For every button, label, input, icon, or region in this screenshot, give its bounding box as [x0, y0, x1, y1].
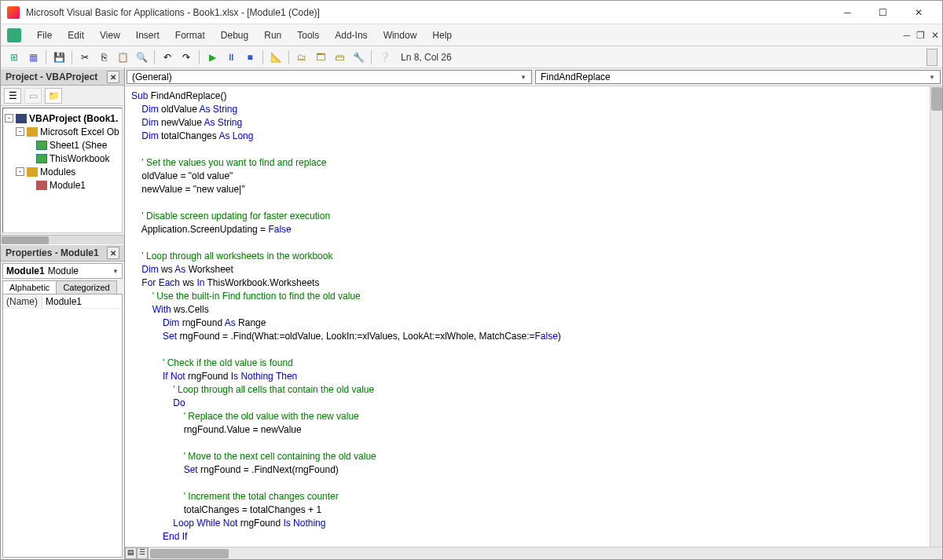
- properties-panel-title: Properties - Module1: [6, 247, 99, 258]
- tab-categorized[interactable]: Categorized: [56, 280, 116, 294]
- app-icon: [7, 6, 20, 19]
- find-button[interactable]: 🔍: [133, 49, 150, 66]
- chevron-down-icon: ▼: [112, 268, 119, 275]
- property-row: (Name) Module1: [3, 295, 122, 309]
- help-button[interactable]: ❔: [376, 49, 393, 66]
- menu-debug[interactable]: Debug: [213, 27, 256, 44]
- procedure-view-button[interactable]: ▤: [125, 547, 137, 559]
- menubar: File Edit View Insert Format Debug Run T…: [1, 24, 942, 46]
- mdi-minimize-icon[interactable]: ─: [903, 30, 910, 41]
- toggle-folders-button[interactable]: 📁: [45, 88, 62, 104]
- workbook-icon: [36, 154, 47, 163]
- menu-view[interactable]: View: [92, 27, 128, 44]
- vertical-scrollbar[interactable]: [930, 86, 942, 547]
- expander-icon[interactable]: -: [16, 167, 24, 176]
- properties-panel-close-button[interactable]: ✕: [107, 247, 119, 259]
- menu-edit[interactable]: Edit: [60, 27, 92, 44]
- project-explorer-button[interactable]: 🗂: [293, 49, 310, 66]
- toolbar: ⊞ ▦ 💾 ✂ ⎘ 📋 🔍 ↶ ↷ ▶ ⏸ ■ 📐 🗂 🗔 🗃 🔧 ❔ Ln 8…: [1, 46, 942, 68]
- module-icon: [36, 181, 47, 190]
- tree-thisworkbook[interactable]: ThisWorkbook: [50, 153, 109, 164]
- menu-format[interactable]: Format: [167, 27, 213, 44]
- copy-button[interactable]: ⎘: [95, 49, 112, 66]
- break-button[interactable]: ⏸: [222, 49, 240, 66]
- code-editor[interactable]: Sub FindAndReplace() Dim oldValue As Str…: [125, 86, 930, 547]
- expander-icon[interactable]: -: [16, 127, 24, 136]
- tree-sheet1[interactable]: Sheet1 (Shee: [50, 140, 107, 151]
- project-tree[interactable]: - VBAProject (Book1. - Microsoft Excel O…: [2, 108, 123, 233]
- insert-userform-button[interactable]: ▦: [24, 49, 42, 66]
- project-icon: [16, 114, 27, 123]
- property-name-key: (Name): [3, 295, 42, 308]
- undo-button[interactable]: ↶: [159, 49, 176, 66]
- location-splitter[interactable]: [926, 49, 937, 66]
- view-excel-button[interactable]: ⊞: [6, 49, 23, 66]
- reset-button[interactable]: ■: [241, 49, 259, 66]
- toolbox-button[interactable]: 🔧: [350, 49, 367, 66]
- project-tree-hscrollbar[interactable]: [1, 235, 124, 244]
- titlebar: Microsoft Visual Basic for Applications …: [1, 1, 942, 24]
- menu-insert[interactable]: Insert: [128, 27, 167, 44]
- mdi-close-icon[interactable]: ✕: [931, 30, 939, 41]
- project-panel-toolbar: ☰ ▭ 📁: [1, 86, 124, 106]
- menu-window[interactable]: Window: [376, 27, 425, 44]
- cut-button[interactable]: ✂: [76, 49, 94, 66]
- tree-excel-objects[interactable]: Microsoft Excel Ob: [40, 126, 119, 137]
- chevron-down-icon: ▼: [520, 74, 527, 81]
- menu-file[interactable]: File: [29, 27, 60, 44]
- view-object-button[interactable]: ▭: [24, 88, 42, 104]
- design-mode-button[interactable]: 📐: [267, 49, 284, 66]
- save-button[interactable]: 💾: [50, 49, 68, 66]
- project-panel-header: Project - VBAProject ✕: [1, 68, 124, 86]
- minimize-button[interactable]: ─: [830, 2, 865, 24]
- folder-icon: [27, 127, 38, 137]
- maximize-button[interactable]: ☐: [865, 2, 901, 24]
- procedure-combobox[interactable]: FindAndReplace ▼: [535, 70, 941, 84]
- properties-window-button[interactable]: 🗔: [312, 49, 329, 66]
- vba-icon: [7, 28, 21, 42]
- close-button[interactable]: ✕: [901, 2, 936, 24]
- folder-icon: [27, 167, 38, 177]
- menu-run[interactable]: Run: [256, 27, 289, 44]
- properties-grid[interactable]: (Name) Module1: [2, 294, 123, 558]
- tree-project-root[interactable]: VBAProject (Book1.: [29, 113, 118, 124]
- mdi-restore-icon[interactable]: ❐: [916, 30, 925, 41]
- run-button[interactable]: ▶: [204, 49, 221, 66]
- chevron-down-icon: ▼: [929, 74, 935, 81]
- tree-module1[interactable]: Module1: [50, 180, 86, 191]
- module-view-button[interactable]: ☰: [137, 547, 149, 559]
- object-combobox[interactable]: (General) ▼: [127, 70, 532, 84]
- horizontal-scrollbar[interactable]: [150, 549, 229, 558]
- worksheet-icon: [36, 141, 47, 150]
- project-panel-title: Project - VBAProject: [6, 71, 97, 82]
- project-panel-close-button[interactable]: ✕: [107, 71, 119, 83]
- window-title: Microsoft Visual Basic for Applications …: [26, 7, 830, 18]
- menu-tools[interactable]: Tools: [289, 27, 327, 44]
- object-browser-button[interactable]: 🗃: [331, 49, 348, 66]
- tree-modules-folder[interactable]: Modules: [40, 167, 75, 178]
- properties-object-selector[interactable]: Module1 Module ▼: [2, 263, 123, 279]
- cursor-location: Ln 8, Col 26: [401, 52, 925, 63]
- tab-alphabetic[interactable]: Alphabetic: [2, 280, 57, 294]
- redo-button[interactable]: ↷: [178, 49, 195, 66]
- expander-icon[interactable]: -: [5, 114, 13, 123]
- property-name-value[interactable]: Module1: [42, 295, 122, 308]
- paste-button[interactable]: 📋: [114, 49, 131, 66]
- view-code-button[interactable]: ☰: [4, 88, 21, 104]
- properties-panel-header: Properties - Module1 ✕: [1, 244, 124, 262]
- menu-help[interactable]: Help: [424, 27, 460, 44]
- menu-addins[interactable]: Add-Ins: [327, 27, 375, 44]
